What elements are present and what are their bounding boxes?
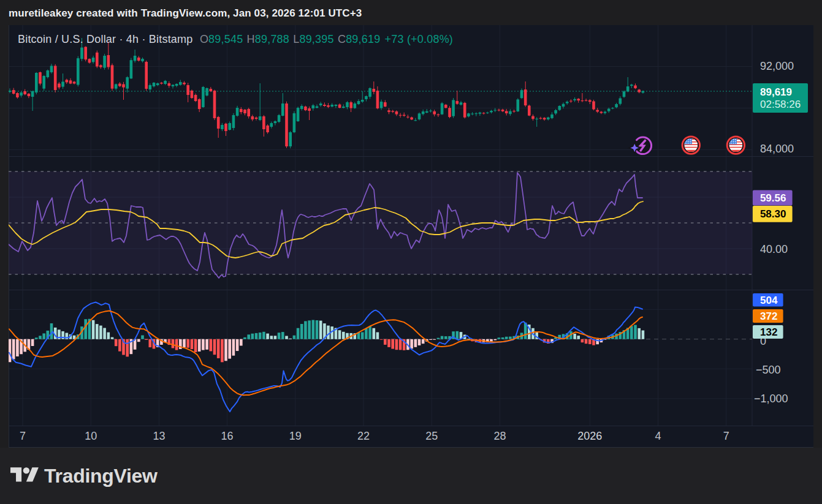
svg-text:58.30: 58.30 [760, 208, 786, 220]
svg-text:7: 7 [20, 430, 26, 442]
svg-text:16: 16 [221, 430, 234, 442]
svg-text:28: 28 [493, 430, 506, 442]
svg-text:−500: −500 [756, 364, 781, 376]
svg-text:13: 13 [153, 430, 165, 442]
svg-text:19: 19 [289, 430, 302, 442]
svg-text:02:58:26: 02:58:26 [760, 99, 801, 110]
svg-text:4: 4 [655, 430, 661, 442]
svg-text:504: 504 [760, 295, 778, 306]
svg-text:25: 25 [425, 430, 438, 442]
svg-text:89,619: 89,619 [760, 86, 792, 98]
svg-text:40.00: 40.00 [760, 243, 788, 255]
svg-text:59.56: 59.56 [760, 192, 786, 204]
svg-text:92,000: 92,000 [760, 60, 794, 72]
svg-text:10: 10 [85, 430, 97, 442]
svg-text:84,000: 84,000 [760, 143, 794, 155]
svg-text:132: 132 [760, 326, 777, 338]
svg-text:7: 7 [723, 430, 729, 442]
svg-text:372: 372 [760, 310, 777, 322]
svg-text:2026: 2026 [577, 430, 602, 442]
svg-text:−1,000: −1,000 [754, 393, 788, 405]
svg-text:22: 22 [357, 430, 370, 442]
